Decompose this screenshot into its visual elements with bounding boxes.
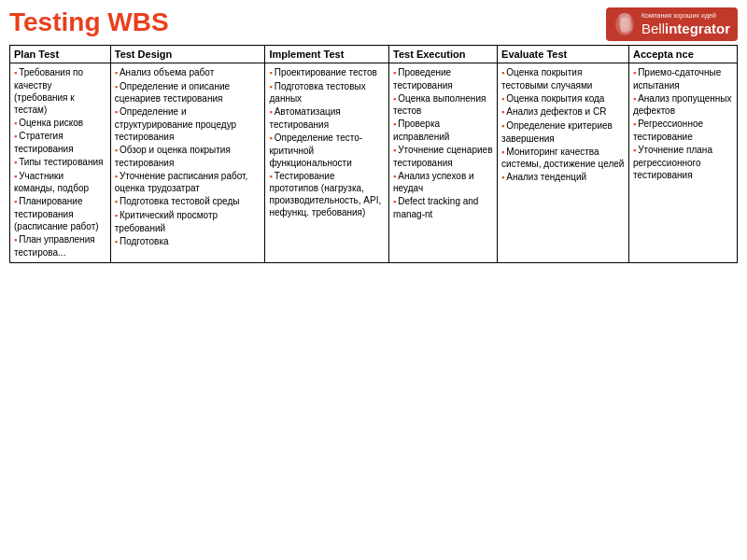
col-header-acceptance: Accepta nce bbox=[628, 46, 737, 63]
cell-acceptance: Приемо-сдаточные испытания Анализ пропущ… bbox=[628, 63, 737, 263]
cell-implement: Проектирование тестов Подготовка тестовы… bbox=[265, 63, 389, 263]
design-item-1: Анализ объема работ bbox=[115, 66, 261, 79]
design-item-8: Подготовка bbox=[115, 235, 261, 248]
plan-item-7: План управления тестирова... bbox=[14, 233, 106, 259]
design-item-2: Определение и описание сценариев тестиро… bbox=[115, 80, 261, 105]
eval-item-3: Анализ дефектов и CR bbox=[501, 105, 625, 119]
col-header-design: Test Design bbox=[110, 46, 265, 63]
header: Testing WBS Компания хороших идей Bellin… bbox=[0, 0, 747, 45]
eval-item-1: Оценка покрытия тестовыми случаями bbox=[501, 66, 625, 91]
logo: Компания хороших идей Bellintegrator bbox=[606, 7, 738, 41]
design-item-4: Обзор и оценка покрытия тестирования bbox=[115, 144, 261, 169]
acc-item-4: Уточнение плана регрессионного тестирова… bbox=[633, 144, 733, 181]
cell-execution: Проведение тестирования Оценка выполнени… bbox=[389, 63, 498, 263]
acc-item-1: Приемо-сдаточные испытания bbox=[633, 66, 733, 91]
logo-brand-prefix: Bell bbox=[641, 21, 665, 36]
col-header-implement: Implement Test bbox=[265, 46, 389, 63]
logo-text: Компания хороших идей Bellintegrator bbox=[641, 12, 730, 37]
design-item-6: Подготовка тестовой среды bbox=[115, 195, 261, 208]
table-body-row: Требования по качеству (требования к тес… bbox=[10, 63, 738, 263]
design-item-5: Уточнение расписания работ, оценка трудо… bbox=[115, 170, 261, 195]
col-header-evaluate: Evaluate Test bbox=[498, 46, 629, 63]
logo-subtitle: Компания хороших идей bbox=[641, 12, 730, 19]
eval-item-6: Анализ тенденций bbox=[501, 171, 625, 184]
impl-item-1: Проектирование тестов bbox=[269, 66, 385, 79]
plan-item-2: Оценка рисков bbox=[14, 117, 106, 130]
exec-item-3: Проверка исправлений bbox=[393, 118, 493, 143]
cell-evaluate: Оценка покрытия тестовыми случаями Оценк… bbox=[498, 63, 629, 263]
plan-item-5: Участники команды, подбор bbox=[14, 170, 106, 195]
col-header-plan: Plan Test bbox=[10, 46, 111, 63]
page-title: Testing WBS bbox=[9, 7, 169, 37]
cell-design: Анализ объема работ Определение и описан… bbox=[110, 63, 265, 263]
plan-item-1: Требования по качеству (требования к тес… bbox=[14, 66, 106, 116]
wbs-table: Plan Test Test Design Implement Test Tes… bbox=[9, 45, 738, 263]
acc-item-3: Регрессионное тестирование bbox=[633, 118, 733, 143]
table-header-row: Plan Test Test Design Implement Test Tes… bbox=[10, 46, 738, 63]
design-item-3: Определение и структурирование процедур … bbox=[115, 105, 261, 143]
logo-brand-suffix: integrator bbox=[665, 21, 730, 36]
plan-item-6: Планирование тестирования (расписание ра… bbox=[14, 195, 106, 232]
design-item-7: Критический просмотр требований bbox=[115, 209, 261, 234]
eval-item-4: Определение критериев завершения bbox=[501, 119, 625, 145]
eval-item-5: Мониторинг качества системы, достижение … bbox=[501, 146, 625, 171]
exec-item-1: Проведение тестирования bbox=[393, 66, 493, 91]
plan-item-4: Типы тестирования bbox=[14, 156, 106, 169]
exec-item-4: Уточнение сценариев тестирования bbox=[393, 144, 493, 169]
col-header-execution: Test Execution bbox=[389, 46, 498, 63]
logo-icon bbox=[613, 11, 636, 37]
impl-item-4: Определение тесто-критичной функциональн… bbox=[269, 132, 385, 169]
impl-item-5: Тестирование прототипов (нагрузка, произ… bbox=[269, 170, 385, 219]
table-container: Plan Test Test Design Implement Test Tes… bbox=[0, 45, 747, 263]
plan-item-3: Стратегия тестирования bbox=[14, 130, 106, 155]
impl-item-2: Подготовка тестовых данных bbox=[269, 80, 385, 105]
exec-item-2: Оценка выполнения тестов bbox=[393, 92, 493, 118]
exec-item-5: Анализ успехов и неудач bbox=[393, 170, 493, 195]
acc-item-2: Анализ пропущенных дефектов bbox=[633, 92, 733, 118]
exec-item-6: Defect tracking and manag-nt bbox=[393, 195, 493, 220]
eval-item-2: Оценка покрытия кода bbox=[501, 92, 625, 105]
impl-item-3: Автоматизация тестирования bbox=[269, 105, 385, 131]
cell-plan: Требования по качеству (требования к тес… bbox=[10, 63, 111, 263]
